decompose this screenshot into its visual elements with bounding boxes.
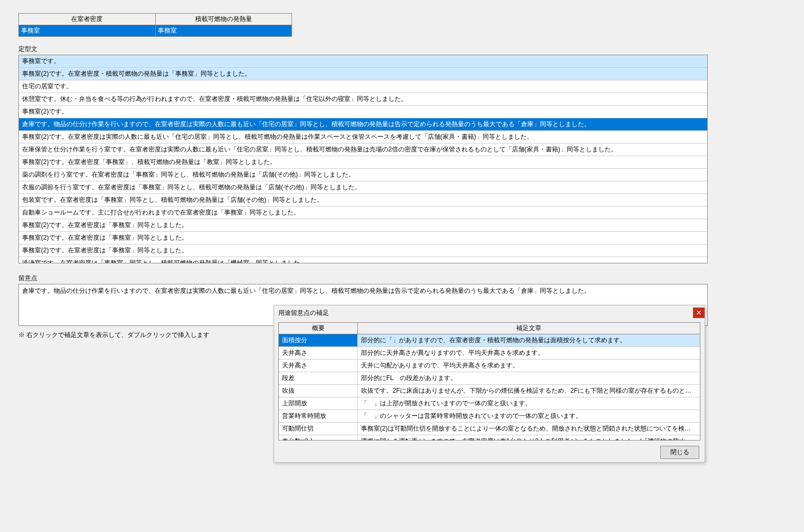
- main-panel: 在室者密度 積載可燃物の発熱量 事務室 事務室 定型文 事務室です。事務室(2)…: [11, 5, 716, 343]
- grid-cell-detail: 部分的に天井高さが異なりますので、平均天井高さを求めます。: [358, 347, 700, 359]
- grid-cell-summary: 吹抜: [279, 385, 358, 397]
- header-heat: 積載可燃物の発熱量: [155, 14, 292, 25]
- list-item[interactable]: 事務室(2)です。在室者密度・積載可燃物の発熱量は「事務室」同等としました。: [19, 68, 707, 80]
- grid-cell-summary: 面積按分: [279, 334, 358, 346]
- grid-header-row: 概要 補足文章: [279, 323, 700, 334]
- grid-row[interactable]: 天井高さ部分的に天井高さが異なりますので、平均天井高さを求めます。: [279, 347, 700, 360]
- grid-cell-detail: 天井に勾配がありますので、平均天井高さを求めます。: [358, 360, 700, 372]
- notes-label: 留意点: [18, 274, 708, 283]
- list-item[interactable]: 衣服の調節を行う室です。在室者密度は「事務室」同等とし、積載可燃物の発熱量は「店…: [19, 181, 707, 194]
- header-density: 在室者密度: [19, 14, 156, 25]
- grid-cell-summary: 可動間仕切: [279, 423, 358, 435]
- grid-header-summary: 概要: [279, 323, 358, 334]
- cell-density[interactable]: 事務室: [19, 25, 156, 37]
- grid-cell-detail: 吹抜です。2Fに床面はありませんが、下階からの煙伝播を検証するため、2Fにも下階…: [358, 385, 700, 397]
- list-item[interactable]: 倉庫です。物品の仕分け作業を行いますので、在室者密度は実際の人数に最も近い「住宅…: [19, 118, 707, 131]
- list-item[interactable]: 休憩室です。休む・弁当を食べる等の行為が行われますので、在室者密度・積載可燃物の…: [19, 93, 707, 106]
- grid-cell-detail: 事務室(2)は可動間仕切を開放することにより一体の室となるため、開放された状態と…: [358, 423, 700, 435]
- grid-cell-detail: 「 」は上部が開放されていますので一体の室と扱います。: [358, 397, 700, 410]
- dialog-footer: 閉じる: [274, 443, 705, 462]
- grid-row[interactable]: 車台数×2人運搬に関わる運転手がいますので、在室者密度は車1台当たり2人の利用者…: [279, 435, 700, 441]
- grid-header-detail: 補足文章: [358, 323, 700, 334]
- grid-cell-summary: 上部開放: [279, 397, 358, 410]
- list-item[interactable]: 自動車ショールームです。主に打合せが行われますので在室者密度は「事務室」同等とし…: [19, 207, 707, 219]
- dialog-header: 用途留意点の補足 ✕: [274, 305, 705, 320]
- grid-cell-detail: 「 」のシャッターは営業時常時開放されていますので一体の室と扱います。: [358, 410, 700, 422]
- list-item[interactable]: 包装室です。在室者密度は「事務室」同等とし、積載可燃物の発熱量は「店舗(その他)…: [19, 194, 707, 207]
- grid-row[interactable]: 上部開放「 」は上部が開放されていますので一体の室と扱います。: [279, 397, 700, 410]
- list-item[interactable]: 事務室です。: [19, 55, 707, 68]
- grid-cell-summary: 天井高さ: [279, 347, 358, 359]
- list-item[interactable]: 薬の調剤を行う室です。在室者密度は「事務室」同等とし、積載可燃物の発熱量は「店舗…: [19, 169, 707, 181]
- dialog-close-button[interactable]: ✕: [693, 308, 705, 318]
- grid-row[interactable]: 可動間仕切事務室(2)は可動間仕切を開放することにより一体の室となるため、開放さ…: [279, 423, 700, 435]
- grid-cell-detail: 運搬に関わる運転手がいますので、在室者密度は車1台当たり2人の利用者がいるものと…: [358, 435, 700, 441]
- grid-cell-detail: 部分的に「」がありますので、在室者密度・積載可燃物の発熱量は面積按分をして求めま…: [358, 334, 700, 346]
- supplement-dialog: 用途留意点の補足 ✕ 概要 補足文章 面積按分部分的に「」がありますので、在室者…: [274, 305, 705, 463]
- grid-row[interactable]: 面積按分部分的に「」がありますので、在室者密度・積載可燃物の発熱量は面積按分をし…: [279, 334, 700, 347]
- grid-cell-detail: 部分的にFL の段差があります。: [358, 372, 700, 384]
- grid-row[interactable]: 吹抜吹抜です。2Fに床面はありませんが、下階からの煙伝播を検証するため、2Fにも…: [279, 385, 700, 397]
- list-item[interactable]: 事務室(2)です。在室者密度は「事務室」同等としました。: [19, 219, 707, 232]
- close-icon: ✕: [696, 309, 701, 316]
- category-table: 在室者密度 積載可燃物の発熱量 事務室 事務室: [18, 13, 292, 37]
- grid-cell-summary: 車台数×2人: [279, 435, 358, 441]
- grid-row[interactable]: 営業時常時開放「 」のシャッターは営業時常時開放されていますので一体の室と扱いま…: [279, 410, 700, 423]
- list-item[interactable]: 事務室(2)です。在室者密度「事務室」、積載可燃物の発熱量は「教室」同等としまし…: [19, 156, 707, 169]
- list-item[interactable]: 事務室(2)です。: [19, 106, 707, 118]
- standard-phrases-label: 定型文: [18, 45, 708, 54]
- list-item[interactable]: 事務室(2)です。在室者密度は「事務室」同等としました。: [19, 232, 707, 244]
- grid-cell-summary: 天井高さ: [279, 360, 358, 372]
- list-item[interactable]: 在庫保管と仕分け作業を行う室です。在室者密度は実際の人数に最も近い「住宅の居室」…: [19, 144, 707, 156]
- list-item[interactable]: 事務室(2)です。在室者密度は実際の人数に最も近い「住宅の居室」同等とし、積載可…: [19, 131, 707, 144]
- list-item[interactable]: 洗浄室です。在室者密度は「事務室」同等とし、積載可燃物の発熱量は「機械室」同等と…: [19, 257, 707, 263]
- grid-row[interactable]: 段差部分的にFL の段差があります。: [279, 372, 700, 385]
- list-item[interactable]: 事務室(2)です。在室者密度は「事務室」同等としました。: [19, 244, 707, 257]
- standard-phrases-scrollarea[interactable]: 事務室です。事務室(2)です。在室者密度・積載可燃物の発熱量は「事務室」同等とし…: [19, 55, 707, 263]
- dialog-title: 用途留意点の補足: [278, 309, 329, 318]
- list-item[interactable]: 住宅の居室です。: [19, 80, 707, 93]
- grid-row[interactable]: 天井高さ天井に勾配がありますので、平均天井高さを求めます。: [279, 360, 700, 372]
- cell-heat[interactable]: 事務室: [155, 25, 292, 37]
- close-button[interactable]: 閉じる: [660, 446, 699, 459]
- grid-cell-summary: 営業時常時開放: [279, 410, 358, 422]
- grid-cell-summary: 段差: [279, 372, 358, 384]
- supplement-grid[interactable]: 概要 補足文章 面積按分部分的に「」がありますので、在室者密度・積載可燃物の発熱…: [278, 322, 700, 441]
- standard-phrases-listbox: 事務室です。事務室(2)です。在室者密度・積載可燃物の発熱量は「事務室」同等とし…: [18, 55, 708, 263]
